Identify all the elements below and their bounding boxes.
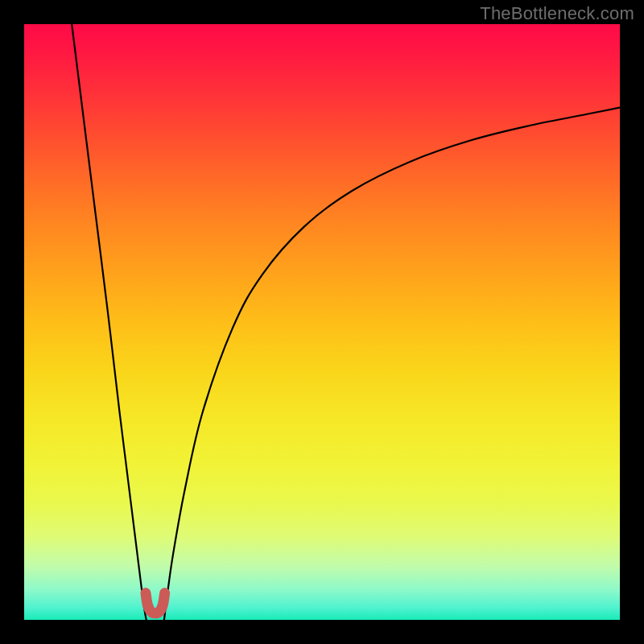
curve-right-branch: [164, 108, 620, 620]
plot-area: [24, 24, 620, 620]
chart-frame: TheBottleneck.com: [0, 0, 644, 644]
bottleneck-marker: [146, 593, 165, 613]
attribution-text: TheBottleneck.com: [480, 3, 634, 24]
curve-left-branch: [72, 24, 147, 620]
curve-layer: [24, 24, 620, 620]
